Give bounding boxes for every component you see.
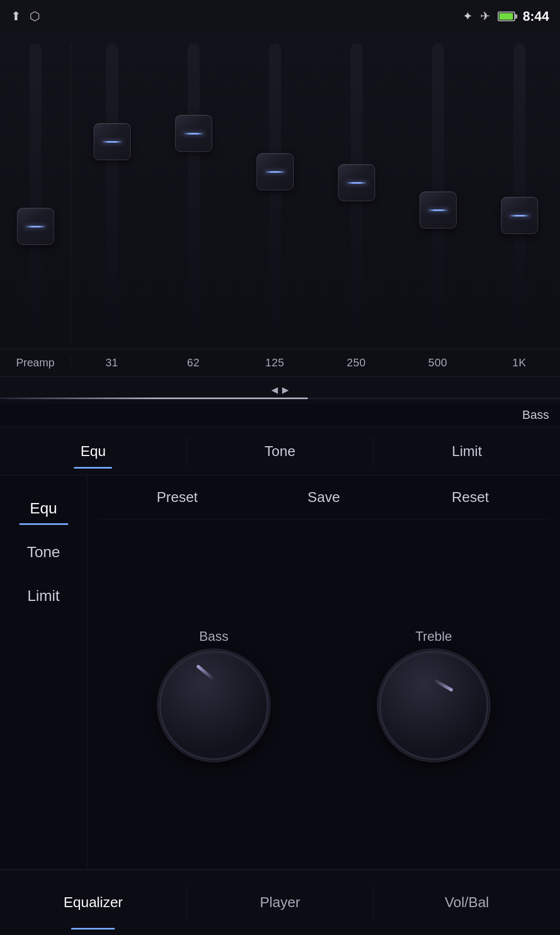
slider-col-62hz bbox=[153, 44, 234, 343]
labels-row: Preamp 31 62 125 250 500 1K bbox=[0, 349, 560, 376]
slider-thumb-125hz[interactable] bbox=[256, 153, 294, 190]
slider-thumb-250hz[interactable] bbox=[338, 164, 375, 201]
equ-label: Equ bbox=[80, 443, 106, 460]
status-time: 8:44 bbox=[523, 9, 549, 24]
preamp-slider-column bbox=[0, 44, 71, 343]
equ-underline bbox=[74, 467, 112, 469]
slider-col-31hz bbox=[71, 44, 153, 343]
eq-section: Preamp 31 62 125 250 500 1K ◄► Bass bbox=[0, 33, 560, 426]
scroll-arrows[interactable]: ◄► bbox=[269, 384, 291, 396]
bluetooth-icon: ✦ bbox=[463, 9, 472, 24]
status-bar-left: ⬆ ⬡ bbox=[11, 9, 40, 24]
left-tone-underline bbox=[19, 567, 68, 569]
preamp-thumb[interactable] bbox=[17, 208, 54, 245]
usb-icon: ⬆ bbox=[11, 9, 21, 24]
label-250hz: 250 bbox=[316, 357, 397, 369]
battery-icon bbox=[498, 11, 515, 21]
slider-col-1khz bbox=[479, 44, 560, 343]
label-62hz: 62 bbox=[153, 357, 234, 369]
bass-knob[interactable] bbox=[159, 651, 269, 760]
left-tone-label: Tone bbox=[27, 544, 60, 561]
slider-track-1khz[interactable] bbox=[514, 44, 526, 328]
slider-track-62hz[interactable] bbox=[188, 44, 200, 328]
left-tab-tone[interactable]: Tone bbox=[0, 536, 87, 569]
treble-knob-indicator bbox=[433, 678, 454, 692]
nav-volbal-label: Vol/Bal bbox=[445, 894, 489, 911]
save-button[interactable]: Save bbox=[250, 483, 397, 511]
slider-thumb-62hz[interactable] bbox=[175, 115, 212, 152]
left-equ-label: Equ bbox=[30, 500, 57, 517]
status-bar-right: ✦ ✈ 8:44 bbox=[463, 9, 549, 24]
treble-knob-label: Treble bbox=[415, 629, 452, 644]
preset-button[interactable]: Preset bbox=[104, 483, 250, 511]
limit-label: Limit bbox=[452, 443, 482, 460]
treble-knob-group: Treble bbox=[379, 629, 488, 760]
slider-thumb-1khz[interactable] bbox=[501, 197, 538, 234]
knob-area: Preset Save Reset Bass Treble bbox=[88, 476, 560, 869]
left-limit-label: Limit bbox=[27, 587, 60, 605]
slider-track-125hz[interactable] bbox=[269, 44, 281, 328]
label-125hz: 125 bbox=[234, 357, 316, 369]
hscroll-area[interactable]: ◄► bbox=[0, 376, 560, 404]
slider-track-31hz[interactable] bbox=[106, 44, 118, 328]
left-equ-underline bbox=[19, 523, 68, 525]
tab-limit[interactable]: Limit bbox=[374, 427, 560, 475]
buttons-row: Equ Tone Limit bbox=[0, 426, 560, 476]
hscroll-bar[interactable] bbox=[0, 398, 560, 399]
tone-section: Equ Tone Limit Preset Save Reset Bass bbox=[0, 476, 560, 869]
slider-track-250hz[interactable] bbox=[351, 44, 363, 328]
treble-knob[interactable] bbox=[379, 651, 488, 760]
tab-tone[interactable]: Tone bbox=[187, 427, 374, 475]
bass-label-row: Bass bbox=[0, 404, 560, 426]
nav-equalizer[interactable]: Equalizer bbox=[0, 870, 186, 935]
label-31hz: 31 bbox=[71, 357, 153, 369]
label-1khz: 1K bbox=[479, 357, 560, 369]
hscroll-thumb[interactable] bbox=[0, 398, 308, 399]
status-bar: ⬆ ⬡ ✦ ✈ 8:44 bbox=[0, 0, 560, 33]
nav-equalizer-label: Equalizer bbox=[63, 894, 122, 911]
nav-player-label: Player bbox=[260, 894, 300, 911]
sliders-area bbox=[0, 33, 560, 349]
bass-knob-group: Bass bbox=[159, 629, 269, 760]
slider-track-500hz[interactable] bbox=[432, 44, 444, 328]
bass-knob-label: Bass bbox=[199, 629, 228, 644]
left-tab-limit[interactable]: Limit bbox=[0, 580, 87, 612]
tone-label: Tone bbox=[265, 443, 295, 460]
left-tabs: Equ Tone Limit bbox=[0, 476, 88, 869]
slider-col-500hz bbox=[397, 44, 479, 343]
left-limit-underline bbox=[19, 611, 68, 612]
preamp-track[interactable] bbox=[30, 44, 42, 328]
bass-knob-indicator bbox=[196, 664, 214, 681]
left-tab-equ[interactable]: Equ bbox=[0, 492, 87, 525]
label-500hz: 500 bbox=[397, 357, 479, 369]
notification-icon: ⬡ bbox=[30, 9, 40, 24]
nav-volbal[interactable]: Vol/Bal bbox=[374, 870, 560, 935]
knobs-row: Bass Treble bbox=[98, 519, 549, 869]
action-row: Preset Save Reset bbox=[98, 476, 549, 519]
slider-thumb-31hz[interactable] bbox=[94, 123, 131, 160]
tab-equ[interactable]: Equ bbox=[0, 427, 186, 475]
slider-thumb-500hz[interactable] bbox=[419, 191, 457, 229]
current-preset-label: Bass bbox=[522, 408, 549, 422]
bottom-nav: Equalizer Player Vol/Bal bbox=[0, 869, 560, 935]
slider-col-125hz bbox=[234, 44, 316, 343]
preamp-label: Preamp bbox=[0, 357, 71, 369]
airplane-icon: ✈ bbox=[480, 9, 490, 24]
nav-player[interactable]: Player bbox=[187, 870, 374, 935]
reset-button[interactable]: Reset bbox=[397, 483, 544, 511]
slider-col-250hz bbox=[316, 44, 397, 343]
